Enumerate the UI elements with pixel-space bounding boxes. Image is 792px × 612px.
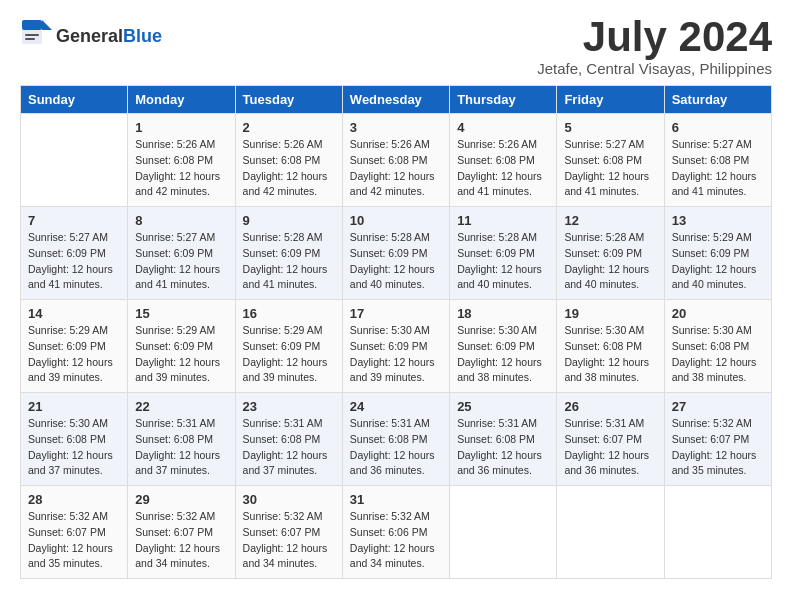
day-info: Sunrise: 5:32 AMSunset: 6:07 PMDaylight:… — [135, 509, 227, 572]
day-number: 30 — [243, 492, 335, 507]
title-block: July 2024 Jetafe, Central Visayas, Phili… — [537, 16, 772, 77]
day-number: 21 — [28, 399, 120, 414]
calendar-week-row: 21Sunrise: 5:30 AMSunset: 6:08 PMDayligh… — [21, 393, 772, 486]
day-info: Sunrise: 5:27 AMSunset: 6:09 PMDaylight:… — [28, 230, 120, 293]
svg-rect-3 — [25, 34, 39, 36]
calendar-week-row: 14Sunrise: 5:29 AMSunset: 6:09 PMDayligh… — [21, 300, 772, 393]
calendar-cell: 7Sunrise: 5:27 AMSunset: 6:09 PMDaylight… — [21, 207, 128, 300]
day-number: 7 — [28, 213, 120, 228]
day-info: Sunrise: 5:26 AMSunset: 6:08 PMDaylight:… — [135, 137, 227, 200]
day-header-tuesday: Tuesday — [235, 86, 342, 114]
calendar-cell: 1Sunrise: 5:26 AMSunset: 6:08 PMDaylight… — [128, 114, 235, 207]
day-number: 8 — [135, 213, 227, 228]
calendar-cell: 14Sunrise: 5:29 AMSunset: 6:09 PMDayligh… — [21, 300, 128, 393]
calendar-cell: 23Sunrise: 5:31 AMSunset: 6:08 PMDayligh… — [235, 393, 342, 486]
svg-rect-4 — [25, 38, 35, 40]
logo-icon — [20, 16, 52, 52]
day-number: 2 — [243, 120, 335, 135]
day-number: 12 — [564, 213, 656, 228]
logo-general-text: General — [56, 26, 123, 47]
day-info: Sunrise: 5:27 AMSunset: 6:09 PMDaylight:… — [135, 230, 227, 293]
day-number: 15 — [135, 306, 227, 321]
day-header-sunday: Sunday — [21, 86, 128, 114]
day-info: Sunrise: 5:31 AMSunset: 6:07 PMDaylight:… — [564, 416, 656, 479]
day-info: Sunrise: 5:28 AMSunset: 6:09 PMDaylight:… — [350, 230, 442, 293]
calendar-cell: 9Sunrise: 5:28 AMSunset: 6:09 PMDaylight… — [235, 207, 342, 300]
day-number: 22 — [135, 399, 227, 414]
day-number: 18 — [457, 306, 549, 321]
calendar-cell — [450, 486, 557, 579]
calendar-cell: 27Sunrise: 5:32 AMSunset: 6:07 PMDayligh… — [664, 393, 771, 486]
day-number: 17 — [350, 306, 442, 321]
day-number: 28 — [28, 492, 120, 507]
calendar-cell: 18Sunrise: 5:30 AMSunset: 6:09 PMDayligh… — [450, 300, 557, 393]
svg-marker-1 — [42, 20, 52, 30]
day-info: Sunrise: 5:31 AMSunset: 6:08 PMDaylight:… — [243, 416, 335, 479]
day-number: 4 — [457, 120, 549, 135]
calendar-cell: 22Sunrise: 5:31 AMSunset: 6:08 PMDayligh… — [128, 393, 235, 486]
day-info: Sunrise: 5:30 AMSunset: 6:08 PMDaylight:… — [28, 416, 120, 479]
calendar-cell: 29Sunrise: 5:32 AMSunset: 6:07 PMDayligh… — [128, 486, 235, 579]
calendar-table: SundayMondayTuesdayWednesdayThursdayFrid… — [20, 85, 772, 579]
calendar-cell: 20Sunrise: 5:30 AMSunset: 6:08 PMDayligh… — [664, 300, 771, 393]
calendar-cell — [557, 486, 664, 579]
calendar-cell: 2Sunrise: 5:26 AMSunset: 6:08 PMDaylight… — [235, 114, 342, 207]
day-header-monday: Monday — [128, 86, 235, 114]
calendar-week-row: 28Sunrise: 5:32 AMSunset: 6:07 PMDayligh… — [21, 486, 772, 579]
day-number: 3 — [350, 120, 442, 135]
calendar-cell: 28Sunrise: 5:32 AMSunset: 6:07 PMDayligh… — [21, 486, 128, 579]
day-number: 20 — [672, 306, 764, 321]
day-info: Sunrise: 5:27 AMSunset: 6:08 PMDaylight:… — [672, 137, 764, 200]
day-info: Sunrise: 5:31 AMSunset: 6:08 PMDaylight:… — [135, 416, 227, 479]
calendar-cell: 24Sunrise: 5:31 AMSunset: 6:08 PMDayligh… — [342, 393, 449, 486]
calendar-body: 1Sunrise: 5:26 AMSunset: 6:08 PMDaylight… — [21, 114, 772, 579]
day-info: Sunrise: 5:30 AMSunset: 6:09 PMDaylight:… — [457, 323, 549, 386]
calendar-cell: 15Sunrise: 5:29 AMSunset: 6:09 PMDayligh… — [128, 300, 235, 393]
day-number: 25 — [457, 399, 549, 414]
calendar-cell: 31Sunrise: 5:32 AMSunset: 6:06 PMDayligh… — [342, 486, 449, 579]
day-header-wednesday: Wednesday — [342, 86, 449, 114]
day-info: Sunrise: 5:30 AMSunset: 6:08 PMDaylight:… — [564, 323, 656, 386]
day-info: Sunrise: 5:28 AMSunset: 6:09 PMDaylight:… — [457, 230, 549, 293]
calendar-cell: 13Sunrise: 5:29 AMSunset: 6:09 PMDayligh… — [664, 207, 771, 300]
day-info: Sunrise: 5:26 AMSunset: 6:08 PMDaylight:… — [457, 137, 549, 200]
day-number: 11 — [457, 213, 549, 228]
calendar-cell: 3Sunrise: 5:26 AMSunset: 6:08 PMDaylight… — [342, 114, 449, 207]
day-number: 1 — [135, 120, 227, 135]
day-info: Sunrise: 5:28 AMSunset: 6:09 PMDaylight:… — [564, 230, 656, 293]
day-number: 26 — [564, 399, 656, 414]
day-number: 31 — [350, 492, 442, 507]
calendar-week-row: 7Sunrise: 5:27 AMSunset: 6:09 PMDaylight… — [21, 207, 772, 300]
calendar-cell: 19Sunrise: 5:30 AMSunset: 6:08 PMDayligh… — [557, 300, 664, 393]
calendar-cell: 12Sunrise: 5:28 AMSunset: 6:09 PMDayligh… — [557, 207, 664, 300]
day-info: Sunrise: 5:29 AMSunset: 6:09 PMDaylight:… — [672, 230, 764, 293]
calendar-cell: 17Sunrise: 5:30 AMSunset: 6:09 PMDayligh… — [342, 300, 449, 393]
day-info: Sunrise: 5:30 AMSunset: 6:09 PMDaylight:… — [350, 323, 442, 386]
day-info: Sunrise: 5:32 AMSunset: 6:07 PMDaylight:… — [672, 416, 764, 479]
day-number: 27 — [672, 399, 764, 414]
calendar-cell — [21, 114, 128, 207]
calendar-cell: 6Sunrise: 5:27 AMSunset: 6:08 PMDaylight… — [664, 114, 771, 207]
day-info: Sunrise: 5:29 AMSunset: 6:09 PMDaylight:… — [243, 323, 335, 386]
month-title: July 2024 — [537, 16, 772, 58]
day-info: Sunrise: 5:30 AMSunset: 6:08 PMDaylight:… — [672, 323, 764, 386]
calendar-cell: 30Sunrise: 5:32 AMSunset: 6:07 PMDayligh… — [235, 486, 342, 579]
calendar-cell: 4Sunrise: 5:26 AMSunset: 6:08 PMDaylight… — [450, 114, 557, 207]
calendar-cell: 10Sunrise: 5:28 AMSunset: 6:09 PMDayligh… — [342, 207, 449, 300]
day-info: Sunrise: 5:32 AMSunset: 6:07 PMDaylight:… — [28, 509, 120, 572]
day-info: Sunrise: 5:32 AMSunset: 6:07 PMDaylight:… — [243, 509, 335, 572]
calendar-cell: 5Sunrise: 5:27 AMSunset: 6:08 PMDaylight… — [557, 114, 664, 207]
day-info: Sunrise: 5:29 AMSunset: 6:09 PMDaylight:… — [135, 323, 227, 386]
calendar-cell: 11Sunrise: 5:28 AMSunset: 6:09 PMDayligh… — [450, 207, 557, 300]
calendar-cell — [664, 486, 771, 579]
calendar-week-row: 1Sunrise: 5:26 AMSunset: 6:08 PMDaylight… — [21, 114, 772, 207]
day-number: 23 — [243, 399, 335, 414]
logo-blue-text: Blue — [123, 26, 162, 47]
calendar-cell: 26Sunrise: 5:31 AMSunset: 6:07 PMDayligh… — [557, 393, 664, 486]
calendar-header-row: SundayMondayTuesdayWednesdayThursdayFrid… — [21, 86, 772, 114]
day-info: Sunrise: 5:31 AMSunset: 6:08 PMDaylight:… — [350, 416, 442, 479]
day-number: 6 — [672, 120, 764, 135]
calendar-cell: 21Sunrise: 5:30 AMSunset: 6:08 PMDayligh… — [21, 393, 128, 486]
day-info: Sunrise: 5:29 AMSunset: 6:09 PMDaylight:… — [28, 323, 120, 386]
day-number: 19 — [564, 306, 656, 321]
